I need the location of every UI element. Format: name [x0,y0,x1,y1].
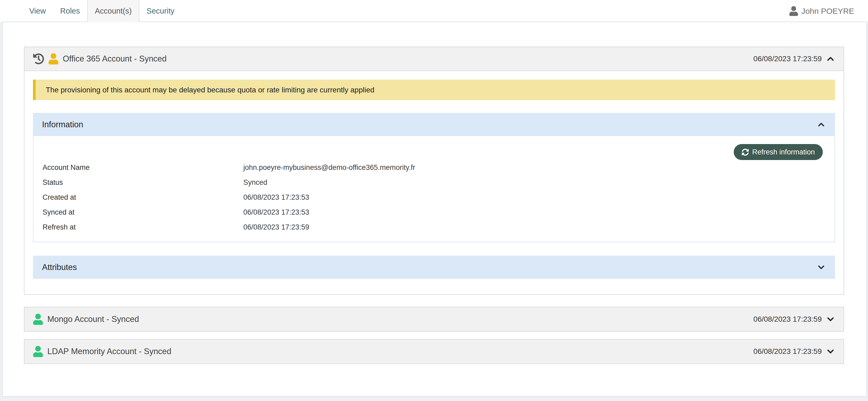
account-info-list: Account Name john.poeyre-mybusiness@demo… [42,160,823,235]
office365-card-header[interactable]: Office 365 Account - Synced 06/08/2023 1… [25,47,843,71]
ldap-account-card: LDAP Memority Account - Synced 06/08/202… [24,339,844,364]
ldap-card-header[interactable]: LDAP Memority Account - Synced 06/08/202… [25,340,843,364]
chevron-down-icon[interactable] [826,346,836,356]
info-label: Refresh at [42,223,243,231]
tab-accounts[interactable]: Account(s) [87,0,140,22]
chevron-down-icon[interactable] [826,314,836,324]
information-section-header[interactable]: Information [33,113,835,136]
user-icon-green [33,314,43,325]
info-label: Synced at [42,208,243,217]
user-icon-gold [49,53,59,64]
refresh-information-label: Refresh information [752,148,815,156]
info-label: Created at [42,193,243,202]
ldap-card-title: LDAP Memority Account - Synced [47,347,171,356]
info-value: john.poeyre-mybusiness@demo-office365.me… [243,164,823,172]
tab-view[interactable]: View [22,0,53,22]
mongo-card-title: Mongo Account - Synced [47,314,139,324]
provisioning-warning-banner: The provisioning of this account may be … [33,80,835,100]
info-label: Account Name [42,164,243,172]
top-tab-bar: View Roles Account(s) Security John POEY… [0,0,868,22]
attributes-section-title: Attributes [42,262,77,272]
info-row-account-name: Account Name john.poeyre-mybusiness@demo… [42,160,823,175]
info-row-refresh-at: Refresh at 06/08/2023 17:23:59 [42,220,823,235]
refresh-information-button[interactable]: Refresh information [734,144,823,160]
tab-list: View Roles Account(s) Security [22,0,182,22]
info-row-status: Status Synced [42,175,823,190]
info-value: 06/08/2023 17:23:53 [243,193,823,202]
office365-card-body: The provisioning of this account may be … [25,71,843,294]
ldap-timestamp: 06/08/2023 17:23:59 [753,347,822,356]
office365-account-card: Office 365 Account - Synced 06/08/2023 1… [24,47,844,295]
office365-timestamp: 06/08/2023 17:23:59 [753,55,822,63]
info-value: Synced [243,178,823,187]
mongo-timestamp: 06/08/2023 17:23:59 [753,315,822,323]
tab-roles[interactable]: Roles [53,0,87,22]
info-value: 06/08/2023 17:23:59 [243,223,823,231]
chevron-up-icon[interactable] [816,120,826,130]
info-row-synced-at: Synced at 06/08/2023 17:23:53 [42,205,823,220]
tab-security[interactable]: Security [140,0,182,22]
history-icon[interactable] [33,53,44,64]
user-icon [789,6,798,16]
provisioning-warning-text: The provisioning of this account may be … [46,86,374,94]
attributes-section-header[interactable]: Attributes [33,256,835,279]
user-icon-green [33,346,43,357]
info-row-created-at: Created at 06/08/2023 17:23:53 [42,190,823,205]
information-section-title: Information [42,120,83,130]
mongo-account-card: Mongo Account - Synced 06/08/2023 17:23:… [24,307,844,332]
office365-card-title: Office 365 Account - Synced [63,54,167,64]
chevron-up-icon[interactable] [826,54,836,64]
information-section-body: Refresh information Account Name john.po… [33,136,835,242]
chevron-down-icon[interactable] [816,262,826,272]
mongo-card-header[interactable]: Mongo Account - Synced 06/08/2023 17:23:… [25,307,843,331]
refresh-icon [742,149,749,156]
info-label: Status [42,178,243,187]
current-user-name: John POEYRE [802,7,854,16]
accounts-panel: Office 365 Account - Synced 06/08/2023 1… [2,22,867,397]
current-user[interactable]: John POEYRE [789,0,854,22]
info-value: 06/08/2023 17:23:53 [243,208,823,217]
